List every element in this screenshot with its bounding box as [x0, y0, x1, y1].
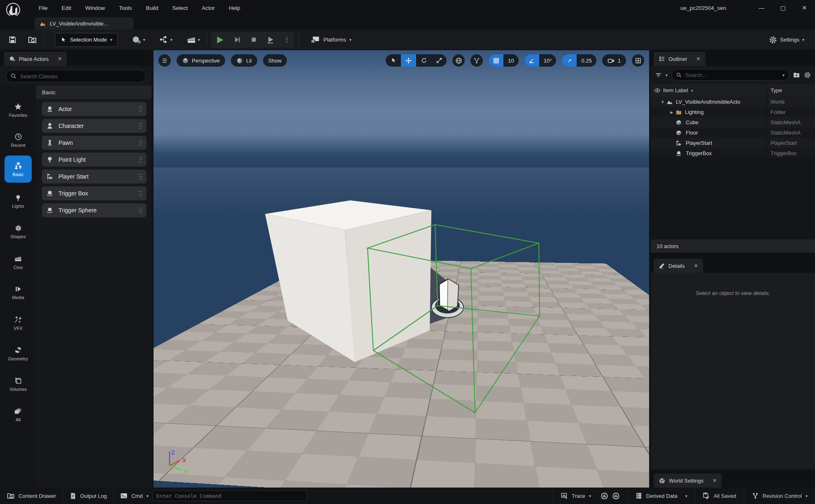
- place-item-point-light[interactable]: Point Light: [42, 153, 147, 167]
- scale-snap-control[interactable]: ↗ 0.25: [562, 54, 596, 67]
- outliner-row-playerstart[interactable]: PlayerStart PlayerStart: [651, 138, 815, 148]
- frame-skip-button[interactable]: [231, 33, 244, 46]
- rotation-snap-control[interactable]: 10°: [524, 54, 557, 67]
- menu-file[interactable]: File: [35, 3, 52, 13]
- menu-tools[interactable]: Tools: [115, 3, 136, 13]
- category-cine[interactable]: Cine: [0, 247, 36, 277]
- chevron-down-icon[interactable]: ▾: [147, 494, 149, 498]
- select-tool[interactable]: [386, 54, 401, 67]
- place-item-trigger-box[interactable]: Trigger Box: [42, 186, 147, 200]
- cinematics-button[interactable]: ▾: [184, 33, 203, 47]
- outliner-settings-gear-icon[interactable]: [804, 72, 811, 79]
- viewport-options-button[interactable]: ☰: [158, 54, 171, 67]
- collapse-arrow-icon[interactable]: ▼: [660, 100, 666, 104]
- search-classes-box[interactable]: [6, 70, 146, 82]
- category-volumes[interactable]: Volumes: [0, 369, 36, 399]
- category-all[interactable]: All: [0, 399, 36, 430]
- all-saved-button[interactable]: All Saved: [695, 488, 744, 504]
- grid-snap-value[interactable]: 10: [503, 54, 518, 67]
- drag-handle[interactable]: [139, 190, 142, 197]
- world-settings-tab[interactable]: World Settings ✕: [654, 474, 722, 488]
- play-options-kebab[interactable]: ⋮: [281, 33, 293, 46]
- show-dropdown[interactable]: Show: [263, 54, 287, 67]
- category-favorites[interactable]: Favorites: [0, 95, 36, 125]
- expand-arrow-icon[interactable]: ▶: [669, 110, 675, 114]
- outliner-row-floor[interactable]: Floor StaticMeshA: [651, 128, 815, 138]
- drag-handle[interactable]: [139, 156, 142, 163]
- place-item-trigger-sphere[interactable]: Trigger Sphere: [42, 203, 147, 217]
- menu-select[interactable]: Select: [168, 3, 192, 13]
- place-actors-tab[interactable]: Place Actors ✕: [4, 52, 67, 66]
- perspective-dropdown[interactable]: Perspective: [177, 54, 225, 67]
- outliner-row-world[interactable]: ▼ LV_VisibleAndInvisibleActo World: [651, 97, 815, 107]
- close-icon[interactable]: ✕: [713, 478, 717, 483]
- scale-snap-value[interactable]: 0.25: [577, 54, 596, 67]
- menu-actor[interactable]: Actor: [198, 3, 219, 13]
- close-icon[interactable]: ✕: [694, 263, 698, 269]
- close-icon[interactable]: ✕: [696, 56, 701, 62]
- level-tab[interactable]: LV_VisibleAndInvisible...: [35, 17, 133, 30]
- insights-gauge-icon[interactable]: [601, 492, 608, 500]
- menu-build[interactable]: Build: [142, 3, 163, 13]
- drag-handle[interactable]: [139, 123, 142, 129]
- create-folder-icon[interactable]: [793, 71, 800, 79]
- play-from-here-button[interactable]: [264, 33, 277, 46]
- category-vfx[interactable]: VFX: [0, 308, 36, 338]
- drag-handle[interactable]: [139, 173, 142, 180]
- chevron-down-icon[interactable]: ▾: [666, 73, 668, 77]
- scale-tool[interactable]: [431, 54, 447, 67]
- outliner-row-triggerbox[interactable]: TriggerBox TriggerBox: [651, 148, 815, 158]
- place-item-actor[interactable]: Actor: [42, 102, 147, 116]
- place-item-character[interactable]: Character: [42, 119, 147, 133]
- content-drawer-button[interactable]: Content Drawer: [0, 488, 63, 504]
- move-tool[interactable]: [401, 54, 416, 67]
- stop-button[interactable]: [248, 34, 260, 46]
- category-media[interactable]: Media: [0, 277, 36, 308]
- menu-help[interactable]: Help: [225, 3, 244, 13]
- outliner-search-input[interactable]: [685, 72, 779, 78]
- settings-dropdown[interactable]: Settings ▾: [769, 36, 804, 44]
- trace-dropdown[interactable]: Trace ▾: [553, 488, 627, 504]
- lit-mode-dropdown[interactable]: Lit: [231, 54, 257, 67]
- revision-control-dropdown[interactable]: Revision Control ▾: [744, 488, 815, 504]
- add-actor-button[interactable]: ▾: [129, 33, 148, 47]
- insights-snapshot-icon[interactable]: [612, 492, 620, 500]
- details-tab[interactable]: Details ✕: [654, 259, 703, 273]
- world-local-toggle[interactable]: [452, 54, 465, 67]
- category-recent[interactable]: Recent: [0, 125, 36, 156]
- category-basic[interactable]: Basic: [5, 156, 32, 183]
- grid-snap-control[interactable]: 10: [489, 54, 518, 67]
- close-icon[interactable]: ✕: [58, 56, 62, 62]
- type-column[interactable]: Type: [766, 84, 815, 97]
- drag-handle[interactable]: [139, 106, 142, 112]
- place-item-pawn[interactable]: Pawn: [42, 136, 147, 150]
- menu-window[interactable]: Window: [81, 3, 109, 13]
- place-item-player-start[interactable]: Player Start: [42, 170, 147, 183]
- platforms-dropdown[interactable]: Platforms ▾: [310, 35, 352, 45]
- save-button[interactable]: [6, 33, 19, 46]
- level-viewport[interactable]: Z X Y ☰ Perspective Lit Show: [154, 50, 649, 488]
- output-log-button[interactable]: Output Log: [63, 488, 114, 504]
- content-browser-button[interactable]: [25, 33, 40, 47]
- chevron-down-icon[interactable]: ▾: [782, 73, 785, 77]
- category-lights[interactable]: Lights: [0, 186, 36, 216]
- drag-handle[interactable]: [139, 139, 142, 146]
- menu-edit[interactable]: Edit: [58, 3, 75, 13]
- rotation-snap-value[interactable]: 10°: [539, 54, 557, 67]
- drag-handle[interactable]: [139, 207, 142, 214]
- derived-data-dropdown[interactable]: Derived Data ▾: [627, 488, 695, 504]
- outliner-tab[interactable]: Outliner ✕: [654, 52, 706, 66]
- close-button[interactable]: ✕: [794, 0, 815, 16]
- outliner-search-box[interactable]: ▾: [671, 69, 789, 81]
- play-button[interactable]: [213, 33, 227, 47]
- outliner-row-cube[interactable]: Cube StaticMeshA: [651, 117, 815, 128]
- category-shapes[interactable]: Shapes: [0, 216, 36, 247]
- blueprints-button[interactable]: ▾: [157, 33, 175, 47]
- outliner-row-lighting[interactable]: ▶ Lighting Folder: [651, 107, 815, 117]
- camera-speed-control[interactable]: 1: [602, 54, 626, 67]
- cube-static-mesh[interactable]: [265, 200, 431, 362]
- search-classes-input[interactable]: [20, 73, 141, 79]
- category-geometry[interactable]: Geometry: [0, 338, 36, 369]
- viewport-layout-button[interactable]: [632, 54, 644, 67]
- minimize-button[interactable]: —: [751, 0, 772, 16]
